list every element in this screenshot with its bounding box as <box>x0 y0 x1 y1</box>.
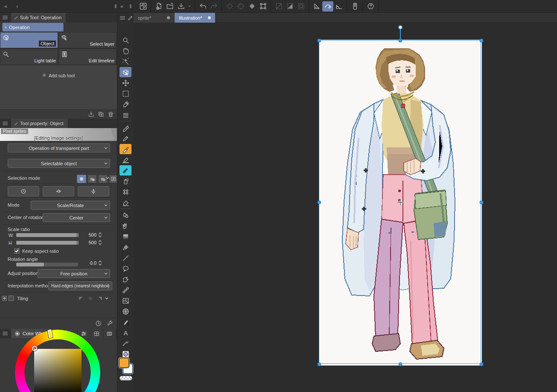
rotation-handle[interactable] <box>398 25 402 29</box>
subtool-group-operation[interactable]: Operation <box>2 23 64 32</box>
transform-handle[interactable] <box>318 39 321 43</box>
transform-scale-icon[interactable] <box>257 1 268 12</box>
selection-mode-sq-add[interactable] <box>87 175 97 183</box>
undo-icon[interactable] <box>197 1 208 12</box>
adjust-position-dropdown[interactable]: Free position <box>38 269 110 278</box>
doc-tab-sprite[interactable]: sprite* <box>134 13 175 23</box>
interpolation-dropdown[interactable]: Hard edges (nearest neighbor) <box>48 281 112 290</box>
transform-handle[interactable] <box>399 39 402 43</box>
clear-sparkle-icon[interactable] <box>224 1 235 12</box>
selection-mode-sq-new[interactable] <box>77 175 86 183</box>
rotation-stepper[interactable] <box>98 260 102 266</box>
tool-line-correct[interactable] <box>120 338 131 348</box>
trash-icon[interactable] <box>107 111 114 118</box>
panel-menu-icon[interactable] <box>2 120 9 127</box>
clear-outside-icon[interactable] <box>235 1 246 12</box>
companion-mode-icon[interactable] <box>349 1 360 12</box>
w-value[interactable]: 500 <box>82 232 96 237</box>
new-file-icon[interactable] <box>153 1 164 12</box>
tool-straight-line[interactable] <box>120 253 131 263</box>
center-rotation-dropdown[interactable]: Center <box>43 213 110 222</box>
rotation-value[interactable]: 0.0 <box>82 260 96 266</box>
tool-pen-one[interactable]: 1 <box>120 317 131 327</box>
invert-selection-icon[interactable] <box>284 1 295 12</box>
tool-text[interactable]: A <box>120 328 131 338</box>
flip-vertical-button[interactable] <box>78 186 109 196</box>
help-icon[interactable] <box>365 1 376 12</box>
mode-dropdown[interactable]: Scale/Rotate <box>31 201 110 210</box>
rotation-slider[interactable] <box>16 263 78 266</box>
tool-grass[interactable] <box>120 221 131 231</box>
transparent-color-swatch[interactable] <box>120 376 132 380</box>
color-tab-approx-color[interactable] <box>90 329 103 338</box>
w-slider[interactable] <box>16 233 78 237</box>
save-file-icon[interactable] <box>175 1 187 12</box>
w-stepper[interactable] <box>98 232 102 238</box>
tool-property-tab[interactable]: Tool property: Object <box>11 119 68 128</box>
tool-frame-border[interactable] <box>120 295 131 306</box>
csp-logo-icon[interactable] <box>137 1 149 12</box>
tool-move-layer[interactable] <box>120 78 131 88</box>
keep-aspect-checkbox[interactable] <box>14 248 20 254</box>
tool-perspective-grid[interactable] <box>120 306 131 316</box>
deselect-icon[interactable] <box>273 1 284 12</box>
tool-custom-pen[interactable] <box>120 144 131 154</box>
tool-marquee[interactable] <box>120 88 131 99</box>
tool-custom-brush[interactable] <box>120 165 131 176</box>
tool-figure-lines[interactable] <box>120 110 131 120</box>
doc-tab-Illustration[interactable]: Illustration* <box>175 13 216 23</box>
tool-blend[interactable] <box>120 210 131 220</box>
chevron-down-icon[interactable] <box>106 177 109 179</box>
dock-grip-icon[interactable]: ‖ <box>114 3 117 9</box>
tool-polyline[interactable] <box>120 274 131 284</box>
selectable-object-dropdown[interactable]: Selectable object <box>8 159 110 168</box>
snap-ruler-icon[interactable] <box>311 1 322 12</box>
tool-eraser[interactable] <box>120 197 131 208</box>
chevron-small-icon[interactable] <box>187 1 192 12</box>
subtool-panel-tab[interactable]: Sub Tool: Operation <box>11 13 66 22</box>
transform-handle[interactable] <box>399 363 402 366</box>
tool-pencil[interactable] <box>120 133 131 143</box>
tile-right-icon[interactable] <box>96 294 105 303</box>
open-file-icon[interactable] <box>164 1 175 12</box>
color-tab-intermediate-color[interactable] <box>103 329 116 338</box>
import-icon[interactable] <box>87 111 95 118</box>
tool-chain-3d[interactable] <box>120 285 131 295</box>
transform-handle[interactable] <box>480 39 484 43</box>
tool-pen[interactable] <box>120 123 131 133</box>
tool-bucket-fill[interactable] <box>120 242 131 252</box>
tile-diamond-icon[interactable] <box>86 294 95 303</box>
panel-menu-icon[interactable] <box>2 14 9 21</box>
h-value[interactable]: 500 <box>82 240 96 245</box>
tool-gradient[interactable] <box>120 231 131 242</box>
transparent-part-dropdown[interactable]: Operation of transparent part <box>8 143 110 152</box>
collapse-icon[interactable]: ‹ <box>16 3 18 9</box>
subtool-item-select-layer[interactable]: Select layer <box>58 32 117 48</box>
subtool-item-edit-timeline[interactable]: Edit timeline <box>58 49 117 65</box>
foreground-color-swatch[interactable] <box>119 358 129 368</box>
transform-handle[interactable] <box>480 201 484 205</box>
toolbar-menu-icon[interactable] <box>119 15 126 21</box>
tool-marker[interactable] <box>120 155 131 165</box>
h-stepper[interactable] <box>98 240 102 246</box>
wrench-icon[interactable] <box>106 320 114 327</box>
tool-auto-select-wand[interactable] <box>120 56 131 67</box>
tiling-expand-box[interactable] <box>2 296 7 301</box>
register-default-icon[interactable] <box>95 320 102 327</box>
tool-airbrush[interactable] <box>120 176 131 186</box>
collapse-toolbar-icon[interactable]: « <box>120 3 123 9</box>
tool-balloon[interactable] <box>120 263 131 274</box>
sv-cursor[interactable] <box>32 346 37 351</box>
selection-border-icon[interactable] <box>295 1 306 12</box>
tool-eyedropper[interactable] <box>120 99 131 109</box>
redo-icon[interactable] <box>208 1 219 12</box>
add-subtool-button[interactable]: Add sub tool <box>0 72 117 79</box>
collapse-all-icon[interactable]: « <box>4 3 7 9</box>
h-slider[interactable] <box>16 241 78 245</box>
duplicate-icon[interactable] <box>97 111 105 118</box>
transform-handle[interactable] <box>318 201 321 205</box>
tool-decoration-mesh[interactable] <box>120 187 131 197</box>
tool-hand[interactable] <box>120 46 131 56</box>
snap-grid-icon[interactable] <box>333 1 344 12</box>
snap-special-ruler-icon[interactable] <box>322 1 333 12</box>
